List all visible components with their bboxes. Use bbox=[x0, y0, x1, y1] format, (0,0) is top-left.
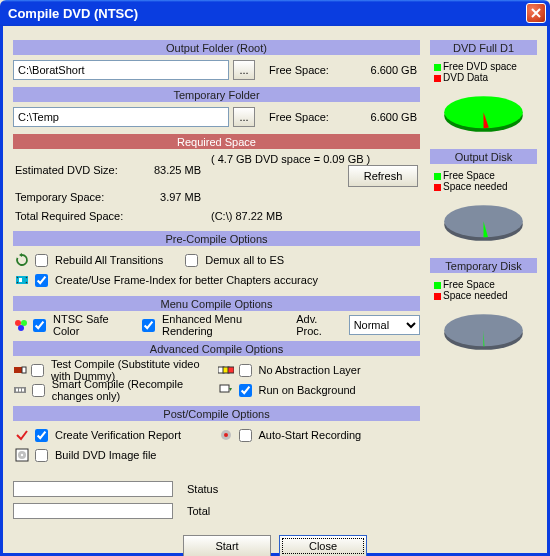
demux-es-checkbox[interactable] bbox=[185, 254, 198, 267]
adv-compile-header: Advanced Compile Options bbox=[13, 341, 420, 356]
total-progress-bar bbox=[13, 503, 173, 519]
dummy-video-icon bbox=[13, 363, 27, 377]
no-abstraction-checkbox[interactable] bbox=[239, 364, 252, 377]
menu-compile-header: Menu Compile Options bbox=[13, 296, 420, 311]
temp-space-label: Temporary Space: bbox=[13, 187, 141, 206]
layers-icon bbox=[217, 364, 235, 376]
est-dvd-size-value: 83.25 MB bbox=[141, 153, 209, 187]
svg-point-7 bbox=[21, 320, 27, 326]
required-space-header: Required Space bbox=[13, 134, 420, 149]
output-free-space-label: Free Space: bbox=[269, 64, 341, 76]
background-run-icon bbox=[217, 383, 235, 397]
adv-proc-select[interactable]: Normal bbox=[349, 315, 420, 335]
total-req-label: Total Required Space: bbox=[13, 206, 141, 225]
svg-rect-18 bbox=[220, 385, 229, 392]
svg-point-6 bbox=[15, 320, 21, 326]
smart-compile-checkbox[interactable] bbox=[32, 384, 45, 397]
smart-compile-label: Smart Compile (Recompile changes only) bbox=[52, 378, 217, 402]
est-dvd-size-extra: ( 4.7 GB DVD space = 0.09 GB ) bbox=[211, 153, 370, 165]
output-folder-input[interactable] bbox=[13, 60, 229, 80]
title-bar: Compile DVD (NTSC) bbox=[0, 0, 550, 26]
temp-free-space-label: Free Space: bbox=[269, 111, 341, 123]
svg-point-4 bbox=[26, 277, 28, 279]
svg-point-23 bbox=[224, 433, 228, 437]
close-window-button[interactable] bbox=[526, 3, 546, 23]
refresh-button[interactable]: Refresh bbox=[348, 165, 418, 187]
adv-proc-label: Adv. Proc. bbox=[296, 313, 340, 337]
run-background-label: Run on Background bbox=[259, 384, 356, 396]
enhanced-menu-rendering-checkbox[interactable] bbox=[142, 319, 155, 332]
output-disk-pie-chart bbox=[436, 198, 531, 248]
refresh-icon bbox=[13, 253, 31, 267]
dvd-full-pie-chart bbox=[436, 89, 531, 139]
close-icon bbox=[531, 8, 541, 18]
film-strip-icon bbox=[13, 383, 28, 397]
auto-start-recording-label: Auto-Start Recording bbox=[259, 429, 362, 441]
svg-point-8 bbox=[18, 325, 24, 331]
check-icon bbox=[13, 428, 31, 442]
build-image-checkbox[interactable] bbox=[35, 449, 48, 462]
ntsc-safe-color-checkbox[interactable] bbox=[33, 319, 46, 332]
pre-compile-header: Pre-Compile Options bbox=[13, 231, 420, 246]
record-icon bbox=[217, 428, 235, 442]
required-space-table: Estimated DVD Size: 83.25 MB ( 4.7 GB DV… bbox=[13, 153, 420, 225]
svg-rect-14 bbox=[22, 389, 24, 392]
demux-es-label: Demux all to ES bbox=[205, 254, 284, 266]
total-label: Total bbox=[187, 505, 210, 517]
temp-folder-header: Temporary Folder bbox=[13, 87, 420, 102]
temp-folder-input[interactable] bbox=[13, 107, 229, 127]
auto-start-recording-checkbox[interactable] bbox=[239, 429, 252, 442]
frame-index-checkbox[interactable] bbox=[35, 274, 48, 287]
ntsc-safe-color-label: NTSC Safe Color bbox=[53, 313, 129, 337]
output-free-space-value: 6.600 GB bbox=[345, 64, 417, 76]
svg-point-3 bbox=[17, 282, 19, 284]
svg-rect-17 bbox=[228, 367, 234, 373]
svg-rect-1 bbox=[19, 278, 22, 282]
svg-rect-9 bbox=[14, 367, 22, 373]
enhanced-menu-rendering-label: Enhanced Menu Rendering bbox=[162, 313, 281, 337]
est-dvd-size-label: Estimated DVD Size: bbox=[13, 153, 141, 187]
film-icon bbox=[13, 273, 31, 287]
output-folder-browse-button[interactable]: ... bbox=[233, 60, 255, 80]
frame-index-label: Create/Use Frame-Index for better Chapte… bbox=[55, 274, 318, 286]
verification-report-label: Create Verification Report bbox=[55, 429, 181, 441]
total-req-value: (C:\) 87.22 MB bbox=[209, 206, 420, 225]
svg-rect-13 bbox=[19, 389, 21, 392]
temp-disk-header: Temporary Disk bbox=[430, 258, 537, 273]
output-disk-header: Output Disk bbox=[430, 149, 537, 164]
no-abstraction-label: No Abstraction Layer bbox=[259, 364, 361, 376]
temp-disk-legend: Free Space Space needed bbox=[430, 279, 537, 301]
window-title: Compile DVD (NTSC) bbox=[8, 6, 526, 21]
svg-point-5 bbox=[26, 282, 28, 284]
svg-rect-10 bbox=[22, 367, 26, 373]
status-label: Status bbox=[187, 483, 218, 495]
rebuild-transitions-checkbox[interactable] bbox=[35, 254, 48, 267]
verification-report-checkbox[interactable] bbox=[35, 429, 48, 442]
temp-disk-pie-chart bbox=[436, 307, 531, 357]
output-folder-header: Output Folder (Root) bbox=[13, 40, 420, 55]
rgb-dots-icon bbox=[13, 318, 29, 332]
output-disk-legend: Free Space Space needed bbox=[430, 170, 537, 192]
rebuild-transitions-label: Rebuild All Transitions bbox=[55, 254, 163, 266]
post-compile-header: Post/Compile Options bbox=[13, 406, 420, 421]
run-background-checkbox[interactable] bbox=[239, 384, 252, 397]
dvd-full-header: DVD Full D1 bbox=[430, 40, 537, 55]
dvd-full-legend: Free DVD space DVD Data bbox=[430, 61, 537, 83]
temp-free-space-value: 6.600 GB bbox=[345, 111, 417, 123]
svg-point-21 bbox=[21, 454, 23, 456]
temp-folder-browse-button[interactable]: ... bbox=[233, 107, 255, 127]
disc-image-icon bbox=[13, 448, 31, 462]
temp-space-value: 3.97 MB bbox=[141, 187, 209, 206]
svg-point-2 bbox=[17, 277, 19, 279]
build-image-label: Build DVD Image file bbox=[55, 449, 157, 461]
svg-rect-12 bbox=[16, 389, 18, 392]
close-button[interactable]: Close bbox=[279, 535, 367, 556]
start-button[interactable]: Start bbox=[183, 535, 271, 556]
status-progress-bar bbox=[13, 481, 173, 497]
test-compile-checkbox[interactable] bbox=[31, 364, 44, 377]
